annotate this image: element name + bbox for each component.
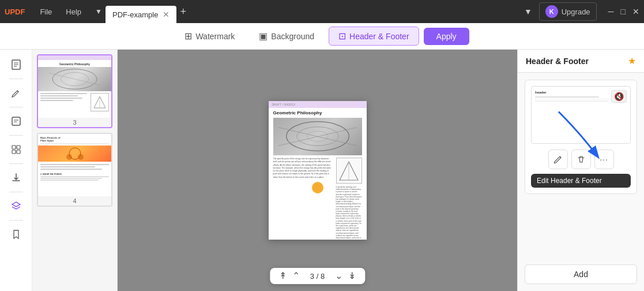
svg-rect-10	[17, 150, 20, 154]
sidebar-divider-6	[9, 220, 23, 221]
close-icon[interactable]: ✕	[632, 7, 639, 16]
add-tab-icon[interactable]: +	[180, 6, 186, 18]
background-tab[interactable]: ▣ Background	[249, 27, 324, 46]
svg-rect-9	[12, 150, 16, 154]
sidebar-icon-pages[interactable]	[6, 54, 27, 75]
tab-close-icon[interactable]: ✕	[163, 10, 170, 18]
titlebar-right: ▼ K Upgrade ─ □ ✕	[524, 2, 639, 21]
pdf-tab[interactable]: PDF-example ✕	[106, 6, 176, 23]
page-num-4: 4	[38, 196, 111, 206]
svg-point-17	[66, 154, 72, 160]
watermark-icon: ⊞	[184, 31, 192, 42]
header-footer-icon: ⊡	[338, 31, 346, 42]
right-panel-header: Header & Footer ★	[518, 50, 644, 73]
tab-label: PDF-example	[112, 10, 158, 19]
window-controls: ─ □ ✕	[608, 7, 639, 16]
thumbnail-img-4: Basic Elements ofPlane Space 1. KNOW THE…	[38, 134, 111, 196]
page-indicator-badge	[312, 182, 323, 193]
minimize-icon[interactable]: ─	[608, 7, 614, 16]
background-label: Background	[271, 32, 314, 41]
sidebar-divider-2	[9, 107, 23, 107]
menu-bar: File Help	[34, 5, 87, 18]
watermark-label: Watermark	[195, 32, 235, 41]
delete-button[interactable]	[571, 150, 591, 169]
preview-card: header 🔇	[525, 80, 637, 194]
sidebar-icon-extract[interactable]	[6, 167, 27, 188]
upgrade-label: Upgrade	[562, 8, 590, 16]
title-bar: UPDF File Help ▼ PDF-example ✕ + ▼ K Upg…	[0, 0, 644, 23]
thumbnail-page-4[interactable]: Basic Elements ofPlane Space 1. KNOW THE…	[37, 133, 112, 207]
svg-point-18	[78, 154, 84, 160]
tab-bar: ▼ PDF-example ✕ +	[92, 0, 524, 23]
sidebar-divider-4	[9, 163, 23, 164]
toolbar: ⊞ Watermark ▣ Background ⊡ Header & Foot…	[0, 23, 644, 50]
upgrade-button[interactable]: K Upgrade	[539, 2, 597, 21]
tab-dropdown-icon[interactable]: ▼	[92, 5, 106, 18]
app-logo: UPDF	[5, 8, 25, 16]
svg-rect-7	[12, 146, 16, 149]
thumbnail-page-3[interactable]: Geometric Philosophy	[37, 54, 112, 128]
nav-bar: ↟ ⌃ 3 / 8 ⌄ ↡	[270, 268, 365, 284]
add-button[interactable]: Add	[525, 264, 637, 284]
nav-first-button[interactable]: ↟	[279, 271, 287, 281]
thumbnail-img-3: Geometric Philosophy	[38, 55, 111, 118]
titlebar-expand-icon[interactable]: ▼	[524, 7, 532, 16]
sidebar-divider-3	[9, 135, 23, 136]
background-icon: ▣	[259, 31, 268, 42]
more-options-button[interactable]: ···	[594, 150, 614, 169]
watermark-tab[interactable]: ⊞ Watermark	[175, 27, 244, 46]
left-sidebar	[0, 50, 32, 291]
apply-button[interactable]: Apply	[424, 28, 469, 45]
svg-point-21	[307, 131, 327, 141]
sidebar-icon-layers[interactable]	[6, 196, 27, 217]
avatar: K	[545, 5, 558, 18]
svg-line-13	[49, 73, 100, 85]
help-menu[interactable]: Help	[60, 5, 87, 18]
sidebar-divider-1	[9, 79, 23, 79]
right-panel-content: header 🔇	[518, 73, 644, 260]
svg-point-19	[286, 122, 349, 151]
tooltip: Edit Header & Footer	[531, 174, 631, 188]
star-icon[interactable]: ★	[628, 55, 636, 66]
preview-mini-page: header 🔇	[531, 86, 631, 144]
main-content: Geometric Philosophy	[0, 50, 644, 291]
page-num-3: 3	[38, 118, 111, 127]
doc-area: DRAFT / 3/4/2013 Geometric Philosophy	[118, 50, 517, 291]
nav-last-button[interactable]: ↡	[348, 271, 356, 281]
sidebar-divider-5	[9, 192, 23, 192]
action-icons-row: ···	[531, 150, 631, 169]
header-footer-tab[interactable]: ⊡ Header & Footer	[329, 27, 419, 46]
sidebar-icon-annotate[interactable]	[6, 111, 27, 132]
edit-button[interactable]	[548, 150, 568, 169]
nav-next-button[interactable]: ⌄	[335, 271, 342, 281]
doc-page-view: DRAFT / 3/4/2013 Geometric Philosophy	[269, 101, 367, 240]
page-info: 3 / 8	[306, 272, 329, 281]
sidebar-icon-edit[interactable]	[6, 83, 27, 103]
header-footer-label: Header & Footer	[349, 32, 409, 41]
thumbnails-panel: Geometric Philosophy	[32, 50, 118, 291]
file-menu[interactable]: File	[34, 5, 58, 18]
right-panel-title: Header & Footer	[526, 57, 589, 66]
maximize-icon[interactable]: □	[621, 7, 626, 16]
edit-badge: 🔇	[611, 90, 627, 103]
sidebar-icon-bookmark[interactable]	[6, 224, 27, 245]
svg-point-20	[296, 127, 338, 146]
svg-rect-8	[17, 146, 20, 149]
svg-rect-4	[12, 117, 20, 125]
sidebar-icon-organize[interactable]	[6, 139, 27, 160]
right-panel: Header & Footer ★ header 🔇	[517, 50, 644, 291]
nav-prev-fast-button[interactable]: ⌃	[292, 271, 300, 281]
